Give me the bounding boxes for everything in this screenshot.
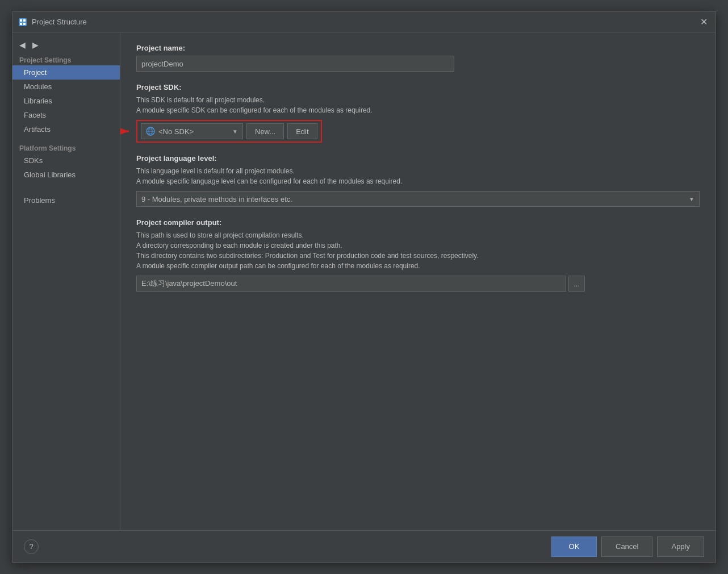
ok-button[interactable]: OK [551,536,597,557]
sdk-globe-icon [146,127,155,136]
svg-rect-3 [20,23,22,25]
nav-back-button[interactable]: ◀ [17,39,28,51]
project-structure-dialog: Project Structure ✕ ◀ ▶ Project Settings… [12,11,716,563]
sdk-controls: <No SDK> ▼ New... Edit [136,120,322,143]
lang-dropdown-arrow: ▼ [689,196,694,202]
sidebar-item-libraries[interactable]: Libraries [12,94,120,108]
sdk-dropdown-arrow: ▼ [232,128,238,135]
lang-selected-text: 9 - Modules, private methods in interfac… [141,195,292,203]
nav-forward-button[interactable]: ▶ [30,39,41,51]
dialog-body: ◀ ▶ Project Settings Project Modules Lib… [12,32,716,530]
project-name-section: Project name: [136,44,700,72]
compiler-output-row: ... [136,276,585,292]
apply-button[interactable]: Apply [657,536,704,557]
title-bar: Project Structure ✕ [12,12,716,32]
svg-rect-1 [20,19,22,22]
sidebar-item-artifacts[interactable]: Artifacts [12,122,120,136]
project-compiler-desc: This path is used to store all project c… [136,230,700,271]
bottom-left: ? [24,539,39,554]
sidebar-item-project[interactable]: Project [12,65,120,80]
sdk-edit-button[interactable]: Edit [287,123,317,139]
browse-button[interactable]: ... [568,276,585,292]
svg-rect-2 [23,19,26,22]
project-name-label: Project name: [136,44,700,52]
bottom-bar: ? OK Cancel Apply [12,530,716,562]
sidebar-item-modules[interactable]: Modules [12,80,120,94]
platform-settings-label: Platform Settings [12,141,120,153]
project-name-input[interactable] [136,56,454,72]
sdk-selected-text: <No SDK> [158,127,194,136]
bottom-right: OK Cancel Apply [551,536,704,557]
project-settings-label: Project Settings [12,53,120,65]
project-sdk-desc: This SDK is default for all project modu… [136,95,700,115]
main-content: Project name: Project SDK: This SDK is d… [120,32,716,530]
sidebar: ◀ ▶ Project Settings Project Modules Lib… [12,32,120,530]
sidebar-item-problems[interactable]: Problems [12,193,120,207]
sidebar-item-facets[interactable]: Facets [12,108,120,122]
project-lang-label: Project language level: [136,154,700,163]
lang-level-dropdown[interactable]: 9 - Modules, private methods in interfac… [136,191,700,207]
title-bar-left: Project Structure [18,18,87,27]
project-lang-desc: This language level is default for all p… [136,166,700,186]
sdk-row-wrapper: <No SDK> ▼ New... Edit [136,120,322,143]
sidebar-item-global-libraries[interactable]: Global Libraries [12,168,120,182]
help-button[interactable]: ? [24,539,39,554]
sdk-dropdown[interactable]: <No SDK> ▼ [141,123,243,139]
sdk-new-button[interactable]: New... [246,123,284,139]
close-button[interactable]: ✕ [697,16,710,28]
project-compiler-label: Project compiler output: [136,218,700,227]
dialog-title: Project Structure [32,18,87,26]
sidebar-item-sdks[interactable]: SDKs [12,153,120,168]
compiler-output-input[interactable] [136,276,566,292]
project-sdk-section: Project SDK: This SDK is default for all… [136,83,700,143]
project-sdk-label: Project SDK: [136,83,700,91]
project-compiler-section: Project compiler output: This path is us… [136,218,700,292]
cancel-button[interactable]: Cancel [601,536,652,557]
project-lang-section: Project language level: This language le… [136,154,700,207]
nav-row: ◀ ▶ [12,37,120,53]
red-arrow-icon [120,123,133,140]
svg-rect-4 [23,23,26,25]
dialog-icon [18,18,27,27]
